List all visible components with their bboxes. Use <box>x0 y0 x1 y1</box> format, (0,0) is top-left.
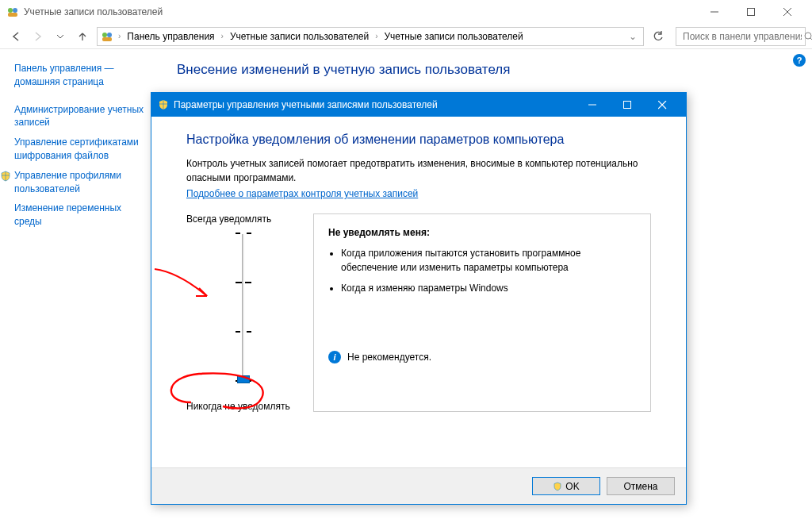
dialog-minimize-button[interactable] <box>575 93 610 117</box>
shield-icon <box>553 482 562 491</box>
svg-rect-13 <box>624 102 631 109</box>
dialog-maximize-button[interactable] <box>610 93 645 117</box>
shield-icon <box>0 171 11 182</box>
slider-tick <box>236 331 251 333</box>
info-heading: Не уведомлять меня: <box>328 227 636 238</box>
info-bullet: Когда я изменяю параметры Windows <box>341 281 636 295</box>
svg-point-1 <box>13 8 17 13</box>
dialog-body: Настройка уведомления об изменении парам… <box>151 117 686 467</box>
sidebar-link-env[interactable]: Изменение переменных среды <box>14 198 145 232</box>
chevron-right-icon: › <box>372 32 381 40</box>
cancel-button[interactable]: Отмена <box>607 477 675 495</box>
navigation-bar: › Панель управления › Учетные записи пол… <box>0 24 812 49</box>
svg-point-10 <box>805 33 811 39</box>
slider-thumb[interactable] <box>237 375 250 383</box>
sidebar: Панель управления — домашняя страница Ад… <box>14 59 153 232</box>
sidebar-link-admin[interactable]: Администрирование учетных записей <box>14 100 145 133</box>
svg-rect-2 <box>8 13 17 17</box>
chevron-down-icon[interactable]: ⌄ <box>626 31 640 42</box>
page-title: Внесение изменений в учетную запись поль… <box>153 59 510 86</box>
dialog-title: Параметры управления учетными записями п… <box>174 99 438 110</box>
info-icon: i <box>328 351 341 363</box>
search-icon <box>803 31 812 42</box>
svg-rect-9 <box>102 37 112 41</box>
breadcrumb-item[interactable]: Панель управления <box>124 31 217 42</box>
window-title: Учетные записи пользователей <box>24 6 163 17</box>
uac-learn-more-link[interactable]: Подробнее о параметрах контроля учетных … <box>186 188 418 199</box>
user-accounts-icon <box>6 6 19 18</box>
shield-icon <box>158 99 169 110</box>
slider-area: Всегда уведомлять Никогда не уведомлять … <box>186 213 651 412</box>
minimize-button[interactable] <box>696 0 733 24</box>
dialog-close-button[interactable] <box>645 93 680 117</box>
search-input[interactable] <box>681 30 803 43</box>
up-button[interactable] <box>73 27 92 46</box>
maximize-button[interactable] <box>733 0 769 24</box>
uac-dialog: Параметры управления учетными записями п… <box>151 92 687 505</box>
info-footer: i Не рекомендуется. <box>328 351 636 363</box>
close-button[interactable] <box>769 0 806 24</box>
breadcrumb-item[interactable]: Учетные записи пользователей <box>381 31 526 42</box>
user-accounts-icon <box>101 30 113 43</box>
sidebar-link-profiles[interactable]: Управление профилями пользователей <box>0 166 145 199</box>
breadcrumb[interactable]: › Панель управления › Учетные записи пол… <box>97 27 644 46</box>
svg-point-7 <box>102 33 107 37</box>
svg-rect-4 <box>748 9 755 16</box>
dialog-titlebar: Параметры управления учетными записями п… <box>151 93 686 117</box>
dialog-description: Контроль учетных записей помогает предот… <box>186 156 651 185</box>
sidebar-link-home[interactable]: Панель управления — домашняя страница <box>14 59 145 92</box>
slider-tick <box>236 282 251 283</box>
cancel-label: Отмена <box>623 481 657 492</box>
forward-button[interactable] <box>29 27 48 46</box>
dialog-heading: Настройка уведомления об изменении парам… <box>186 133 651 147</box>
dialog-footer: OK Отмена <box>151 467 686 504</box>
back-button[interactable] <box>6 27 25 46</box>
chevron-right-icon: › <box>218 32 227 40</box>
help-icon[interactable]: ? <box>793 54 806 67</box>
uac-slider[interactable] <box>218 231 266 390</box>
recent-dropdown-icon[interactable] <box>51 27 70 46</box>
uac-info-panel: Не уведомлять меня: Когда приложения пыт… <box>313 213 651 412</box>
search-box[interactable] <box>676 27 806 46</box>
svg-point-0 <box>8 8 13 13</box>
ok-button[interactable]: OK <box>532 477 600 495</box>
slider-track <box>242 234 244 382</box>
slider-column: Всегда уведомлять Никогда не уведомлять <box>186 213 305 412</box>
ok-label: OK <box>565 481 579 492</box>
chevron-right-icon: › <box>115 32 124 40</box>
info-foot-text: Не рекомендуется. <box>347 352 431 363</box>
sidebar-link-certs[interactable]: Управление сертификатами шифрования файл… <box>14 133 145 166</box>
slider-tick <box>236 233 251 234</box>
breadcrumb-item[interactable]: Учетные записи пользователей <box>227 31 372 42</box>
slider-label-top: Всегда уведомлять <box>186 213 305 225</box>
slider-label-bottom: Никогда не уведомлять <box>186 401 305 412</box>
info-bullet: Когда приложения пытаются установить про… <box>341 246 636 275</box>
refresh-button[interactable] <box>649 27 668 46</box>
window-titlebar: Учетные записи пользователей <box>0 0 812 24</box>
svg-point-8 <box>107 33 112 37</box>
